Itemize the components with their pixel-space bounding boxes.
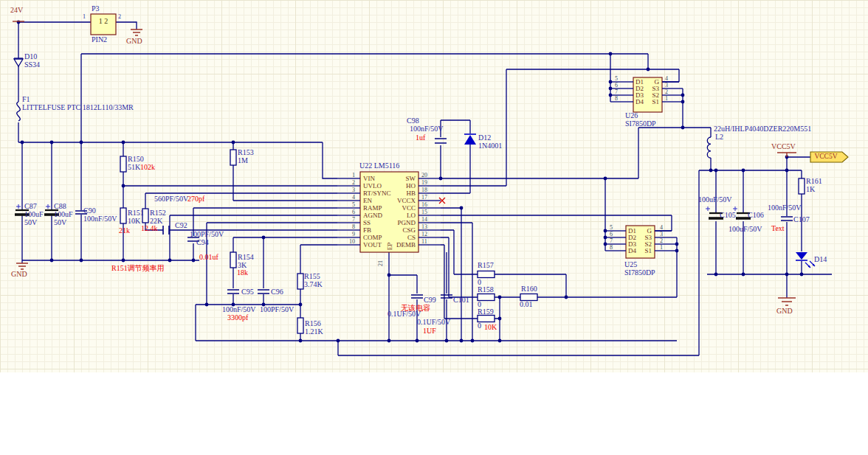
- c98-capacitor[interactable]: [435, 139, 447, 143]
- label-r151-ref[interactable]: R151: [128, 209, 144, 218]
- label-l2-val[interactable]: 22uH/IHLP4040DZER220M551: [714, 125, 811, 133]
- label-r151-val[interactable]: 10K: [128, 218, 140, 226]
- label-c95-ref[interactable]: C95: [241, 288, 254, 296]
- c96-capacitor[interactable]: [258, 290, 269, 294]
- label-r158-ref[interactable]: R158: [478, 286, 494, 294]
- label-d10-value[interactable]: SS34: [24, 61, 40, 69]
- label-c95-anno[interactable]: 3300pf: [227, 314, 248, 322]
- label-u26-ref[interactable]: U26: [625, 112, 638, 120]
- label-gnd-left[interactable]: GND: [11, 271, 27, 279]
- label-c107-anno[interactable]: Text: [771, 225, 785, 233]
- label-c92-ref[interactable]: C92: [175, 222, 187, 230]
- label-r157-ref[interactable]: R157: [478, 262, 494, 270]
- label-c94-anno[interactable]: 0.01uf: [199, 254, 218, 262]
- label-r161-val[interactable]: 1K: [806, 186, 815, 194]
- label-c87-v2[interactable]: 50V: [24, 219, 37, 227]
- label-r156-val[interactable]: 1.21K: [305, 328, 323, 336]
- label-c92-anno[interactable]: 270pf: [187, 195, 204, 204]
- label-24v[interactable]: 24V: [10, 7, 23, 15]
- c92-capacitor[interactable]: [163, 226, 169, 235]
- c101-capacitor[interactable]: [441, 295, 452, 298]
- label-c107-ref[interactable]: C107: [793, 216, 810, 224]
- l2-inductor[interactable]: [707, 137, 711, 158]
- label-c101-ref[interactable]: C101: [453, 296, 469, 305]
- label-p3-value[interactable]: PIN2: [92, 36, 107, 44]
- label-u25-part[interactable]: SI7850DP: [624, 269, 655, 277]
- label-r160-val[interactable]: 0.01: [520, 301, 533, 309]
- label-r161-ref[interactable]: R161: [806, 178, 822, 186]
- f1-fuse[interactable]: [17, 102, 21, 121]
- wire-layer[interactable]: EP 21 1VIN20SW2UVLO19HO3RT/SYNC18HB4EN17…: [0, 0, 868, 372]
- label-r150-val[interactable]: 51K: [128, 164, 140, 172]
- label-r155-val[interactable]: 3.74K: [304, 281, 323, 289]
- r150-resistor[interactable]: [120, 156, 126, 172]
- label-c101-anno[interactable]: 1UF: [423, 327, 436, 336]
- label-d12-ref[interactable]: D12: [478, 134, 491, 142]
- c107-capacitor[interactable]: [781, 217, 793, 220]
- label-c105-ref[interactable]: C105: [720, 212, 736, 220]
- label-r155-ref[interactable]: R155: [304, 273, 320, 281]
- label-r154-ref[interactable]: R154: [238, 254, 254, 262]
- label-c90-val[interactable]: 100nF/50V: [83, 215, 117, 223]
- label-c87-ref[interactable]: C87: [24, 203, 37, 211]
- d10-diode[interactable]: [14, 58, 23, 66]
- label-c106-val[interactable]: 100uF/50V: [728, 226, 762, 234]
- label-vcc5v-port[interactable]: VCC5V: [810, 153, 842, 161]
- label-r160-ref[interactable]: R160: [521, 285, 537, 294]
- label-c88-ref[interactable]: C88: [54, 203, 66, 211]
- label-r152-ref[interactable]: R152: [150, 209, 166, 218]
- label-c98-ref[interactable]: C98: [407, 117, 419, 125]
- c95-capacitor[interactable]: [227, 290, 239, 294]
- r157-resistor[interactable]: [478, 271, 495, 278]
- label-vcc5v-net[interactable]: VCC5V: [771, 143, 796, 151]
- label-c99-val[interactable]: 0.1UF/50V: [388, 310, 421, 319]
- label-u26-part[interactable]: SI7850DP: [625, 120, 656, 128]
- label-r159-val[interactable]: 0: [478, 322, 481, 330]
- label-u25-ref[interactable]: U25: [624, 261, 637, 269]
- label-c90-ref[interactable]: C90: [83, 207, 96, 215]
- label-r153-val[interactable]: 1M: [238, 157, 248, 165]
- r156-resistor[interactable]: [297, 318, 303, 333]
- r155-resistor[interactable]: [297, 274, 303, 289]
- label-c95-val[interactable]: 100nF/50V: [222, 306, 256, 314]
- label-c92-val[interactable]: 560PF/50V: [154, 195, 188, 204]
- label-c107-val[interactable]: 100nF/50V: [768, 204, 802, 212]
- label-freq-note[interactable]: R151调节频率用: [111, 265, 165, 273]
- gnd-symbol-right[interactable]: [778, 298, 796, 305]
- d14-led[interactable]: [796, 252, 815, 268]
- gnd-symbol-p3[interactable]: [131, 29, 142, 35]
- label-c94-val[interactable]: 100PF/50V: [190, 231, 224, 239]
- label-r150-anno[interactable]: 102k: [140, 164, 155, 172]
- label-c87-v1[interactable]: 100uF: [24, 211, 44, 219]
- r161-resistor[interactable]: [799, 178, 805, 194]
- label-d14-ref[interactable]: D14: [814, 256, 827, 264]
- c99-capacitor[interactable]: [411, 295, 423, 298]
- label-r159-anno[interactable]: 10K: [484, 324, 497, 332]
- label-c94-ref[interactable]: C94: [196, 239, 209, 247]
- label-r150-ref[interactable]: R150: [128, 156, 144, 164]
- label-c105-val[interactable]: 100uF/50V: [698, 196, 732, 204]
- d12-diode[interactable]: [464, 134, 476, 145]
- r151-resistor[interactable]: [120, 208, 126, 223]
- label-f1-ref[interactable]: F1: [22, 96, 30, 104]
- label-c106-ref[interactable]: C106: [748, 212, 764, 220]
- label-r156-ref[interactable]: R156: [305, 320, 321, 328]
- label-c101-val[interactable]: 0.1UF/50V: [417, 319, 450, 327]
- gnd-symbol-left[interactable]: [16, 263, 28, 269]
- r154-resistor[interactable]: [230, 252, 236, 268]
- label-d12-val[interactable]: 1N4001: [478, 142, 502, 150]
- label-f1-value[interactable]: LITTELFUSE PTC 1812L110/33MR: [22, 104, 134, 112]
- r153-resistor[interactable]: [230, 150, 236, 165]
- power-bar-vcc5v[interactable]: [777, 153, 796, 157]
- label-p3-ref[interactable]: P3: [92, 5, 100, 13]
- label-u22-title[interactable]: U22 LM5116: [359, 162, 399, 170]
- label-gnd-p3[interactable]: GND: [126, 38, 142, 46]
- label-r159-ref[interactable]: R159: [478, 308, 494, 316]
- label-c98-anno[interactable]: 1uf: [416, 134, 425, 142]
- label-r154-anno[interactable]: 18k: [237, 269, 248, 277]
- label-r152-anno[interactable]: 12.4k: [141, 225, 158, 233]
- label-c88-v1[interactable]: 100uF: [54, 211, 73, 219]
- label-c96-ref[interactable]: C96: [271, 288, 283, 296]
- label-c98-val[interactable]: 100nF/50V: [410, 125, 444, 133]
- label-c96-val[interactable]: 100PF/50V: [260, 306, 294, 314]
